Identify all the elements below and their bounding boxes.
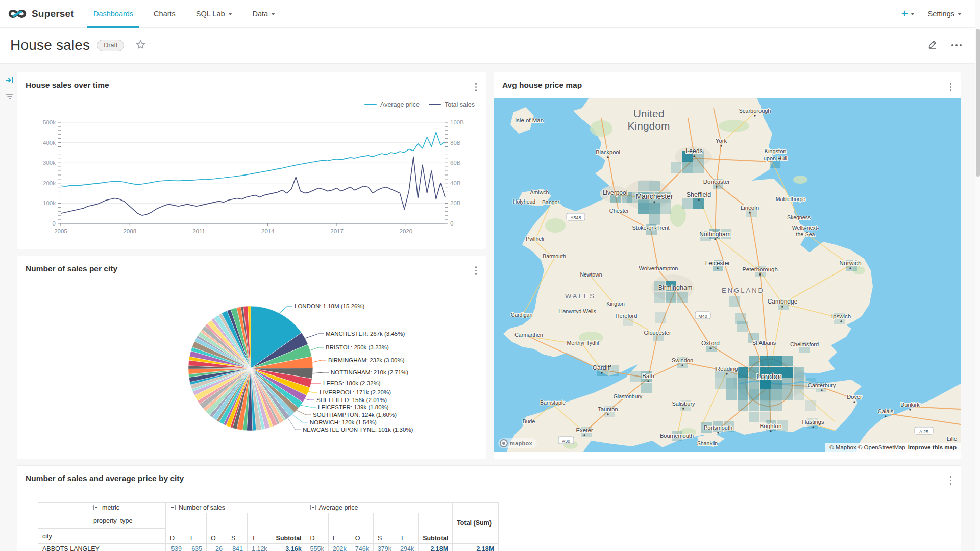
superset-infinity-icon <box>7 8 28 19</box>
svg-text:Barmouth: Barmouth <box>543 253 566 259</box>
svg-text:Glastonbury: Glastonbury <box>614 393 643 399</box>
nav-menu: Dashboards Charts SQL Lab Data <box>83 0 285 27</box>
svg-text:Barnstaple: Barnstaple <box>540 399 566 406</box>
city-header: city <box>38 529 89 544</box>
svg-text:Pwllheli: Pwllheli <box>526 236 544 242</box>
svg-text:Leeds: Leeds <box>685 147 703 155</box>
svg-text:Gloucester: Gloucester <box>644 330 671 336</box>
pie-chart-canvas[interactable]: LONDON: 1.18M (15.26%)MANCHESTER: 267k (… <box>17 256 487 460</box>
improve-map-link[interactable]: Improve this map <box>908 444 957 450</box>
group-header-number-of-sales[interactable]: Number of sales <box>166 503 306 513</box>
svg-text:Nottingham: Nottingham <box>699 231 730 238</box>
collapse-icon[interactable] <box>310 505 316 510</box>
chevron-down-icon <box>228 13 232 15</box>
svg-text:Amlwch: Amlwch <box>530 189 549 195</box>
value-cell: 379k <box>373 544 396 551</box>
map-attribution: © Mapbox © OpenStreetMap Improve this ma… <box>825 443 961 452</box>
svg-text:Blackpool: Blackpool <box>596 149 620 155</box>
svg-text:Lincoln: Lincoln <box>741 205 759 211</box>
total-cell: 2.18M <box>453 544 499 551</box>
svg-text:60B: 60B <box>450 160 461 166</box>
svg-text:2005: 2005 <box>54 228 67 234</box>
svg-text:Doncaster: Doncaster <box>703 179 730 185</box>
svg-text:Cambridge: Cambridge <box>768 298 798 305</box>
nav-item-charts[interactable]: Charts <box>143 0 186 27</box>
chevron-down-icon <box>271 13 275 15</box>
svg-text:A548: A548 <box>570 215 581 220</box>
chevron-down-icon <box>958 13 962 15</box>
svg-text:the-Sea: the-Sea <box>796 231 815 237</box>
add-new-button[interactable]: + <box>901 8 915 19</box>
subcol-header: Subtotal <box>419 513 453 544</box>
svg-text:Stoke-on-Trent: Stoke-on-Trent <box>632 224 670 231</box>
svg-text:Taunton: Taunton <box>598 406 618 412</box>
svg-text:NEWCASTLE UPON TYNE: 101k (1.3: NEWCASTLE UPON TYNE: 101k (1.30%) <box>303 427 413 433</box>
value-cell: 294k <box>396 544 419 551</box>
svg-text:A 25: A 25 <box>919 429 928 434</box>
favorite-star-icon[interactable] <box>135 39 146 52</box>
nav-item-dashboards[interactable]: Dashboards <box>83 0 143 27</box>
nav-item-data[interactable]: Data <box>242 0 286 27</box>
svg-text:Chester: Chester <box>609 208 629 214</box>
svg-text:200k: 200k <box>43 180 56 186</box>
city-cell: ABBOTS LANGLEY <box>38 544 166 551</box>
svg-text:NOTTINGHAM: 210k (2.71%): NOTTINGHAM: 210k (2.71%) <box>331 369 408 375</box>
svg-text:NORWICH: 120k (1.54%): NORWICH: 120k (1.54%) <box>310 419 377 425</box>
subcol-header: Subtotal <box>272 513 306 544</box>
svg-text:Salisbury: Salisbury <box>672 400 695 407</box>
svg-text:MANCHESTER: 267k (3.45%): MANCHESTER: 267k (3.45%) <box>326 331 405 337</box>
svg-text:Bude: Bude <box>523 418 535 424</box>
settings-menu[interactable]: Settings <box>928 10 962 18</box>
table-header-row: metric Number of sales Average price Tot… <box>38 503 499 513</box>
svg-text:LEEDS: 180k (2.32%): LEEDS: 180k (2.32%) <box>323 380 381 386</box>
collapse-icon[interactable] <box>93 505 99 510</box>
chart-card-number-of-sales-per-city: Number of sales per city LONDON: 1.18M (… <box>17 256 486 459</box>
svg-text:St Albans: St Albans <box>752 340 776 346</box>
svg-text:Cardiff: Cardiff <box>593 364 611 371</box>
chart-menu-icon[interactable] <box>948 474 954 487</box>
collapse-icon[interactable] <box>170 505 176 510</box>
line-chart-canvas[interactable]: 500k400k300k200k100k0100B80B60B40B20B020… <box>17 95 487 248</box>
svg-text:ENGLAND: ENGLAND <box>722 287 765 294</box>
value-cell: 746k <box>351 544 373 551</box>
map-canvas[interactable]: A548M40A30A 25UnitedKingdomENGLANDWALESI… <box>494 98 961 452</box>
pivot-table-grid: metric Number of sales Average price Tot… <box>38 502 499 551</box>
superset-logo[interactable]: Superset <box>0 0 83 27</box>
edit-pencil-icon[interactable] <box>927 39 938 52</box>
svg-text:York: York <box>716 138 727 144</box>
svg-text:2020: 2020 <box>400 228 413 234</box>
svg-text:400k: 400k <box>43 140 56 146</box>
chart-menu-icon[interactable] <box>948 81 954 93</box>
svg-text:Brighton: Brighton <box>760 423 782 429</box>
svg-text:Hastings: Hastings <box>802 419 824 425</box>
nav-item-sql-lab[interactable]: SQL Lab <box>186 0 242 27</box>
page-title: House sales <box>10 37 90 54</box>
subcol-header: T <box>396 513 419 544</box>
chart-menu-icon[interactable] <box>473 81 479 93</box>
svg-text:BIRMINGHAM: 232k (3.00%): BIRMINGHAM: 232k (3.00%) <box>328 357 405 363</box>
mapbox-icon <box>500 439 508 447</box>
status-badge: Draft <box>97 40 124 51</box>
svg-text:Llanwrtyd Wells: Llanwrtyd Wells <box>558 308 596 314</box>
subcol-header: O <box>207 513 227 544</box>
svg-text:300k: 300k <box>43 160 56 166</box>
filter-funnel-icon[interactable] <box>5 93 14 101</box>
metric-header[interactable]: metric <box>89 503 166 513</box>
svg-text:Norwich: Norwich <box>839 260 861 267</box>
svg-text:Lille: Lille <box>947 436 957 442</box>
group-header-average-price[interactable]: Average price <box>306 503 453 513</box>
mapbox-logo[interactable]: mapbox <box>498 438 537 448</box>
svg-text:Leicester: Leicester <box>705 260 730 267</box>
svg-text:100B: 100B <box>450 119 464 126</box>
svg-text:Hereford: Hereford <box>616 313 638 319</box>
svg-text:80B: 80B <box>450 140 461 146</box>
map-svg: A548M40A30A 25UnitedKingdomENGLANDWALESI… <box>494 98 961 452</box>
subcol-header: F <box>186 513 207 544</box>
scrollbar-thumb[interactable] <box>976 29 980 177</box>
svg-text:Peterborough: Peterborough <box>742 266 778 272</box>
svg-text:Merthyr Tydfil: Merthyr Tydfil <box>567 340 599 346</box>
svg-text:Wolverhampton: Wolverhampton <box>639 265 678 271</box>
expand-filter-panel-icon[interactable] <box>5 76 14 85</box>
more-actions-icon[interactable] <box>951 44 962 46</box>
svg-text:A30: A30 <box>562 439 570 444</box>
